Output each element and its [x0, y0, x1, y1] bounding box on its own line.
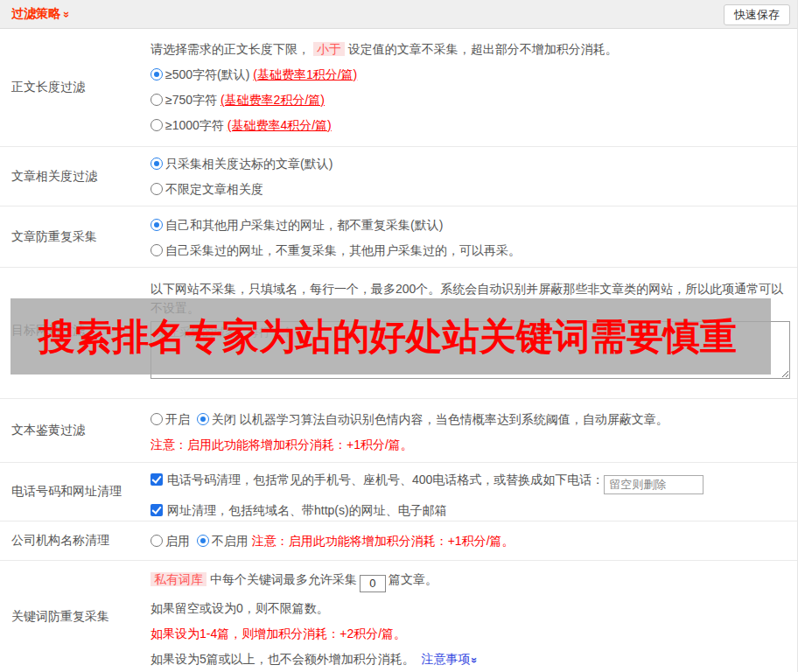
radio-icon[interactable] — [150, 183, 163, 195]
row-phone-url-clean: 电话号码和网址清理 电话号码清理，包括常见的手机号、座机号、400电话格式，或替… — [0, 463, 797, 522]
option-label: 自己采集过的网址，不重复采集，其他用户采集过的，可以再采。 — [165, 243, 521, 257]
header-bar: 过滤策略 » 快速保存 — [0, 0, 797, 29]
radio-option-porn-on[interactable]: 开启 — [150, 412, 190, 426]
checkbox-url-clean[interactable]: 网址清理，包括纯域名、带http(s)的网址、电子邮箱 — [150, 501, 790, 520]
option-label: 只采集相关度达标的文章(默认) — [165, 157, 332, 171]
page-title: 过滤策略 — [11, 6, 60, 22]
option-label: 不限定文章相关度 — [165, 182, 263, 196]
option-label: ≥750字符 — [165, 93, 217, 107]
keyword-dedup-line3: 如果设为1-4篇，则增加积分消耗：+2积分/篇。 — [150, 625, 790, 643]
option-label: 启用 — [165, 534, 190, 548]
checkbox-checked-icon[interactable] — [150, 473, 163, 486]
porn-filter-note: 注意：启用此功能将增加积分消耗：+1积分/篇。 — [150, 436, 790, 454]
checkbox-phone-clean[interactable]: 电话号码清理，包括常见的手机号、座机号、400电话格式，或替换成如下电话： — [150, 471, 790, 494]
radio-selected-icon[interactable] — [150, 219, 163, 231]
option-label: ≥500字符(默认) — [165, 67, 249, 81]
radio-selected-icon[interactable] — [197, 413, 209, 425]
row-porn-filter: 文本鉴黄过滤 开启 关闭 以机器学习算法自动识别色情内容，当色情概率达到系统阈值… — [0, 399, 797, 463]
notes-link-label: 注意事项 — [422, 652, 471, 666]
line1-post: 篇文章。 — [388, 572, 438, 586]
radio-option-relevance-any[interactable]: 不限定文章相关度 — [150, 180, 790, 199]
option-label: 不启用 — [212, 534, 248, 548]
line1-mid: 中每个关键词最多允许采集 — [210, 572, 357, 586]
row-company-clean: 公司机构名称清理 启用 不启用 注意：启用此功能将增加积分消耗：+1积分/篇。 — [0, 522, 797, 561]
porn-filter-options: 开启 关闭 以机器学习算法自动识别色情内容，当色情概率达到系统阈值，自动屏蔽文章… — [150, 410, 790, 429]
option-label: ≥1000字符 — [165, 118, 224, 132]
radio-option-dedup-all[interactable]: 自己和其他用户采集过的网址，都不重复采集(默认) — [150, 216, 790, 234]
max-articles-input[interactable] — [360, 575, 386, 592]
checkbox-checked-icon[interactable] — [150, 504, 163, 516]
chevron-double-down-icon[interactable]: » — [60, 10, 74, 17]
radio-option-relevance-strict[interactable]: 只采集相关度达标的文章(默认) — [150, 155, 790, 173]
option-label: 自己和其他用户采集过的网址，都不重复采集(默认) — [165, 218, 443, 232]
row-label: 文章相关度过滤 — [0, 147, 150, 206]
option-label: 开启 — [165, 412, 190, 426]
keyword-dedup-line1: 私有词库 中每个关键词最多允许采集篇文章。 — [150, 570, 790, 592]
row-label: 文本鉴黄过滤 — [0, 399, 150, 462]
checkbox-label: 网址清理，包括纯域名、带http(s)的网址、电子邮箱 — [167, 503, 447, 517]
filter-strategy-page: 过滤策略 » 快速保存 正文长度过滤 请选择需求的正文长度下限， 小于 设定值的… — [0, 0, 798, 672]
intro-pre: 请选择需求的正文长度下限， — [150, 42, 310, 56]
radio-option-company-off[interactable]: 不启用 — [197, 534, 248, 548]
radio-option-porn-off[interactable]: 关闭 — [197, 412, 236, 426]
watermark-banner-overlay: 搜索排名专家为站的好处站关键词需要慎重 — [10, 298, 771, 374]
option-fee-note: (基础费率1积分/篇) — [253, 67, 357, 81]
notes-link[interactable]: 注意事项» — [422, 652, 477, 666]
row-label: 公司机构名称清理 — [0, 522, 150, 560]
radio-option-750[interactable]: ≥750字符 (基础费率2积分/篇) — [150, 91, 790, 109]
option-fee-note: (基础费率4积分/篇) — [228, 118, 332, 132]
body-length-intro: 请选择需求的正文长度下限， 小于 设定值的文章不采集，超出部分不增加积分消耗。 — [150, 40, 790, 59]
radio-selected-icon[interactable] — [150, 68, 163, 80]
radio-option-dedup-self[interactable]: 自己采集过的网址，不重复采集，其他用户采集过的，可以再采。 — [150, 242, 790, 260]
porn-filter-desc: 以机器学习算法自动识别色情内容，当色情概率达到系统阈值，自动屏蔽文章。 — [240, 412, 668, 426]
row-label: 关键词防重复采集 — [0, 561, 150, 672]
radio-option-1000[interactable]: ≥1000字符 (基础费率4积分/篇) — [150, 116, 790, 135]
row-label: 电话号码和网址清理 — [0, 463, 150, 521]
keyword-dedup-line2: 如果留空或设为0，则不限篇数。 — [150, 599, 790, 618]
quick-save-button[interactable]: 快速保存 — [724, 4, 790, 25]
company-clean-note: 注意：启用此功能将增加积分消耗：+1积分/篇。 — [252, 534, 514, 548]
radio-icon[interactable] — [150, 244, 163, 256]
watermark-text: 搜索排名专家为站的好处站关键词需要慎重 — [10, 298, 771, 374]
row-label: 文章防重复采集 — [0, 206, 150, 267]
radio-icon[interactable] — [150, 413, 163, 425]
option-fee-note: (基础费率2积分/篇) — [220, 93, 325, 107]
row-article-dedup: 文章防重复采集 自己和其他用户采集过的网址，都不重复采集(默认) 自己采集过的网… — [0, 206, 797, 268]
radio-icon[interactable] — [150, 119, 163, 131]
checkbox-label: 电话号码清理，包括常见的手机号、座机号、400电话格式，或替换成如下电话： — [167, 472, 604, 486]
company-clean-options: 启用 不启用 注意：启用此功能将增加积分消耗：+1积分/篇。 — [150, 532, 790, 550]
row-keyword-dedup: 关键词防重复采集 私有词库 中每个关键词最多允许采集篇文章。 如果留空或设为0，… — [0, 561, 797, 672]
radio-option-500[interactable]: ≥500字符(默认) (基础费率1积分/篇) — [150, 66, 790, 84]
row-relevance-filter: 文章相关度过滤 只采集相关度达标的文章(默认) 不限定文章相关度 — [0, 147, 797, 206]
replacement-phone-input[interactable] — [604, 475, 704, 494]
radio-selected-icon[interactable] — [150, 158, 163, 170]
radio-selected-icon[interactable] — [197, 535, 209, 547]
radio-icon[interactable] — [150, 535, 163, 547]
chevron-double-down-icon: » — [464, 657, 482, 663]
intro-highlight: 小于 — [313, 42, 345, 56]
keyword-dedup-line4: 如果设为5篇或以上，也不会额外增加积分消耗。 注意事项» — [150, 650, 790, 669]
option-label: 关闭 — [212, 412, 236, 426]
line4-text: 如果设为5篇或以上，也不会额外增加积分消耗。 — [150, 652, 415, 666]
radio-icon[interactable] — [150, 94, 163, 106]
radio-option-company-on[interactable]: 启用 — [150, 534, 190, 548]
private-lexicon-link[interactable]: 私有词库 — [150, 572, 206, 586]
intro-post: 设定值的文章不采集，超出部分不增加积分消耗。 — [348, 42, 618, 56]
row-label: 正文长度过滤 — [0, 29, 150, 146]
row-body-length-filter: 正文长度过滤 请选择需求的正文长度下限， 小于 设定值的文章不采集，超出部分不增… — [0, 29, 797, 147]
